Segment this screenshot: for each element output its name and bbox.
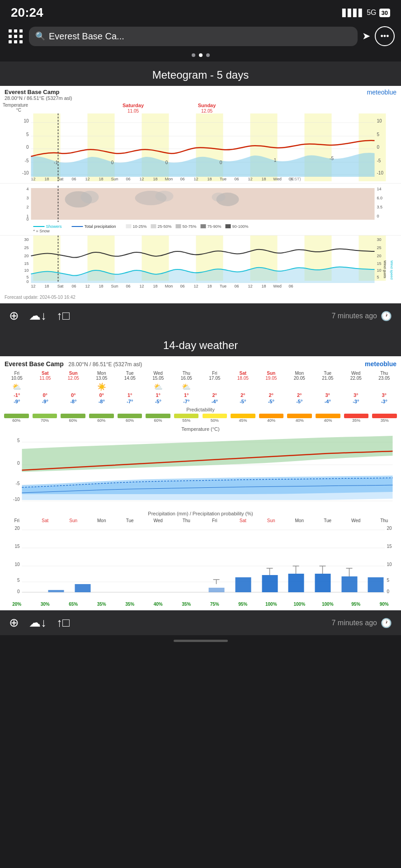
precip-day-2: Sun: [59, 518, 88, 523]
day-cell-1: Sat 11.05: [31, 371, 60, 381]
svg-text:06: 06: [234, 284, 239, 288]
y-axis-temp-label: Temperature°C: [3, 103, 23, 113]
temp-high-13: 3°: [370, 392, 399, 398]
svg-text:20: 20: [387, 526, 392, 531]
zoom-in-button[interactable]: ⊕: [9, 309, 19, 323]
day-cell-2: Sun 12.05: [59, 371, 88, 381]
zoom-in-button-2[interactable]: ⊕: [9, 616, 19, 630]
day-sunday: Sunday12.05: [170, 103, 244, 113]
svg-text:18: 18: [261, 177, 266, 181]
day-cell-12: Wed 22.05: [342, 371, 370, 381]
svg-text:-10: -10: [13, 497, 20, 502]
pred-bar-4: 60%: [116, 414, 144, 423]
svg-text:0: 0: [26, 279, 28, 284]
weather-icon-13: 🌨: [370, 382, 399, 391]
share-button-2[interactable]: ↑□: [57, 616, 70, 630]
download-button-2[interactable]: ☁↓: [29, 616, 47, 630]
day-monday: Monday13.05: [244, 103, 317, 113]
precip-day-8: Sat: [229, 518, 257, 523]
more-button[interactable]: •••: [375, 26, 395, 46]
download-button[interactable]: ☁↓: [29, 309, 47, 323]
temp-low-12: -3°: [342, 399, 370, 404]
svg-text:10: 10: [14, 562, 20, 567]
share-button[interactable]: ↑□: [57, 309, 70, 323]
precip-pct-0: 20%: [3, 602, 31, 607]
pred-label: Predictability: [0, 404, 401, 414]
svg-text:25: 25: [377, 245, 382, 250]
wind-svg: 30 25 20 15 10 5 0 30 25 20 15 10 5 Wind…: [3, 236, 398, 290]
svg-text:20: 20: [377, 254, 382, 258]
svg-text:15: 15: [24, 261, 28, 266]
page-indicator: [0, 51, 401, 61]
day-cell-4: Tue 14.05: [116, 371, 144, 381]
svg-text:18: 18: [99, 177, 103, 181]
weather-14-title: 14-day weather: [0, 332, 401, 356]
temp-high-0: -1°: [3, 392, 31, 398]
temp-high-9: 2°: [257, 392, 286, 398]
network-label: 5G: [367, 9, 376, 17]
weather-14-section: 14-day weather: [0, 332, 401, 356]
met-location: Everest Base Camp: [5, 89, 72, 95]
pred-bar-10: 40%: [286, 414, 313, 423]
status-icons: ▋▋▋▋ 5G 30: [342, 9, 390, 17]
svg-text:10: 10: [377, 268, 382, 273]
toolbar-2: ⊕ ☁↓ ↑□ 7 minutes ago 🕐: [0, 610, 401, 635]
svg-text:15: 15: [14, 544, 20, 549]
pred-bar-7: 50%: [201, 414, 228, 423]
svg-text:-10: -10: [377, 170, 384, 175]
svg-text:Wind gusts: Wind gusts: [383, 260, 387, 278]
svg-text:12: 12: [139, 284, 144, 288]
pred-bar-12: 35%: [343, 414, 370, 423]
svg-text:Tue: Tue: [220, 284, 226, 288]
precip-day-5: Wed: [144, 518, 173, 523]
pred-bar-5: 60%: [144, 414, 172, 423]
search-box[interactable]: 🔍 Everest Base Ca...: [29, 27, 358, 46]
time-ago-text-2: 7 minutes ago: [331, 619, 377, 627]
svg-text:10: 10: [387, 562, 392, 567]
svg-text:12: 12: [139, 177, 144, 181]
temp-low-row: -9° -9° -8° -8° -7° -5° -7° -4° -5° -5° …: [0, 398, 401, 404]
precip-pct-12: 95%: [342, 602, 370, 607]
temp-low-13: -3°: [370, 399, 399, 404]
grid-button[interactable]: [6, 27, 24, 45]
temp-low-1: -9°: [31, 399, 60, 404]
w14-coords: 28.00°N / 86.51°E (5327m asl): [68, 361, 142, 368]
clock-icon-1: 🕐: [381, 311, 392, 321]
svg-text:1: 1: [274, 158, 277, 163]
svg-rect-163: [342, 576, 358, 592]
svg-rect-166: [368, 577, 384, 592]
temp-chart-area: 10 5 0 -5 -10 10 5 0 -5 -10 -: [0, 113, 401, 183]
location-icon[interactable]: ➤: [362, 30, 370, 42]
svg-text:5: 5: [387, 578, 390, 583]
day-cell-5: Wed 15.05: [144, 371, 173, 381]
weather-icon-7: 🌦: [201, 382, 229, 391]
svg-rect-57: [151, 224, 156, 228]
svg-text:10-25%: 10-25%: [133, 224, 147, 229]
svg-text:90-100%: 90-100%: [232, 224, 249, 229]
svg-text:2: 2: [26, 205, 28, 209]
svg-text:Wind speed: Wind speed: [390, 260, 394, 279]
weather-icon-6: ⛅: [172, 382, 201, 391]
svg-text:-10: -10: [22, 170, 29, 175]
weather-icon-3: ☀️: [88, 382, 116, 391]
temp-high-6: 1°: [172, 392, 201, 398]
svg-text:10: 10: [24, 268, 28, 273]
svg-text:Wed: Wed: [273, 284, 281, 288]
forecast-update: Forecast update: 2024-05-10 16:42: [0, 292, 401, 303]
svg-text:06: 06: [234, 177, 239, 181]
svg-text:Sat: Sat: [57, 177, 64, 181]
w14-header: Everest Base Camp 28.00°N / 86.51°E (532…: [0, 356, 401, 370]
precip-pct-2: 65%: [59, 602, 88, 607]
more-icon: •••: [381, 32, 389, 41]
svg-text:18: 18: [44, 284, 49, 288]
precip-days-row: Fri Sat Sun Mon Tue Wed Thu Fri Sat Sun …: [0, 518, 401, 523]
pred-bars-row: 60% 70% 60% 60% 60% 60% 55% 50%: [0, 414, 401, 424]
svg-text:12: 12: [248, 284, 252, 288]
precip-day-12: Wed: [342, 518, 370, 523]
svg-rect-157: [288, 574, 304, 592]
meteogram-header: Everest Base Camp 28.00°N / 86.51°E (532…: [0, 86, 401, 102]
home-indicator-bar: [174, 640, 228, 642]
svg-text:06: 06: [288, 284, 293, 288]
w14-location-group: Everest Base Camp 28.00°N / 86.51°E (532…: [5, 360, 142, 368]
svg-text:18: 18: [153, 177, 157, 181]
